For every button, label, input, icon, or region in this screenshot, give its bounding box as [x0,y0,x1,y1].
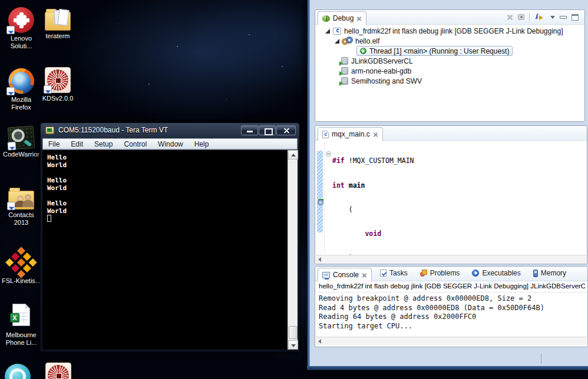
tree-row-launch-config[interactable]: hello_frdmk22f int flash debug jlink [GD… [315,26,584,36]
shortcut-arrow-icon [6,87,15,95]
tree-row-thread[interactable]: Thread [1] <main> (Running : User Reques… [315,46,584,56]
console-title: hello_frdmk22f int flash debug jlink [GD… [319,282,585,290]
tree-row-label: JLinkGDBServerCL [351,57,413,65]
codewarrior-icon [8,126,35,150]
tab-memory[interactable]: Memory [532,269,567,277]
tab-console[interactable]: Console [318,268,372,281]
tab-problems[interactable]: Problems [419,269,461,277]
shortcut-arrow-icon [44,85,52,94]
code-line: ( [332,206,586,214]
star [249,34,250,35]
desktop-icon-contacts-2013[interactable]: Contacts 2013 [0,186,42,227]
scroll-down-icon[interactable] [288,340,298,350]
kds-icon [45,363,71,379]
selected-row-box: Thread [1] <main> (Running : User Reques… [356,46,513,56]
desktop-icon-kds[interactable]: KDSv2.0.0 [37,67,79,102]
tree-row-label: hello.elf [355,37,379,45]
tree-row-semihosting[interactable]: Semihosting and SWV [315,76,584,86]
scrollbar-thumb[interactable] [289,326,298,339]
teraterm-window: COM5:115200baud - Tera Term VT File Edit… [40,122,300,352]
console-separator [315,292,587,292]
tab-debug[interactable]: Debug [318,11,366,25]
fold-collapse-icon[interactable] [326,151,331,157]
desktop-icon-melbourne-phone-list[interactable]: Melbourne Phone Li... [0,302,42,347]
folder-icon [45,12,71,31]
instruction-step-icon[interactable] [534,14,546,21]
tree-row-jlink-server[interactable]: JLinkGDBServerCL [315,56,584,66]
tree-row-hello-elf[interactable]: hello.elf [315,36,584,46]
scroll-up-icon[interactable] [288,150,298,159]
toolbar-separator [529,13,530,21]
star [177,46,178,47]
excel-file-icon [8,304,34,330]
menu-window[interactable]: Window [158,140,183,148]
console-line: Read 4 bytes @ address 0x00000ED8 (Data … [319,304,586,313]
desktop-icon-kds-partial[interactable] [45,363,71,379]
console-line: Reading 64 bytes @ address 0x2000FFC0 [319,312,586,322]
minimize-view-icon[interactable] [560,16,567,19]
terminal-scrollbar[interactable] [288,150,298,350]
code-line: void [332,230,586,238]
code-line: #if !MQX_CUSTOM_MAIN [332,157,586,165]
desktop-icon-fsl-kinetis[interactable]: FSL-Kinetis... [0,250,42,285]
close-tab-icon[interactable] [373,132,378,137]
editor-horizontal-scrollbar[interactable] [316,255,586,263]
statusbar-separator [541,354,541,364]
process-icon [341,67,348,75]
tab-label: Memory [541,269,566,277]
excel-logo-icon [10,313,19,323]
remove-terminated-icon[interactable] [507,14,513,21]
tab-tasks[interactable]: Tasks [379,269,409,277]
expander-icon[interactable] [335,39,339,44]
memory-icon [533,270,538,277]
menu-control[interactable]: Control [124,140,147,148]
desktop-icon-codewarrior[interactable]: CodeWarrior [0,125,42,158]
editor-annotation-ruler[interactable] [316,141,325,255]
maximize-button[interactable] [259,125,276,135]
shortcut-arrow-icon [7,142,16,151]
tree-row-label: Thread [1] <main> (Running : User Reques… [369,47,509,55]
menu-help[interactable]: Help [194,140,209,148]
close-tab-icon[interactable] [356,16,362,21]
console-output[interactable]: Removing breakpoint @ address 0x00000ED8… [319,294,586,331]
teraterm-titlebar[interactable]: COM5:115200baud - Tera Term VT [41,123,299,138]
executables-icon [472,270,479,277]
lenovo-solutions-icon [8,7,34,33]
desktop-icon-label: teraterm [37,32,79,40]
shortcut-arrow-icon [6,26,15,34]
tab-label: Debug [333,14,354,22]
console-horizontal-scrollbar[interactable] [316,337,587,345]
disconnect-icon[interactable] [518,14,524,20]
console-line: Removing breakpoint @ address 0x00000ED8… [319,294,586,304]
contacts-folder-icon [8,191,34,210]
scroll-left-icon[interactable] [318,257,321,262]
console-header: Console Tasks Problems Executables [315,267,587,281]
console-line: Starting target CPU... [319,322,586,331]
maximize-view-icon[interactable] [572,14,579,21]
tab-executables[interactable]: Executables [471,269,521,277]
problems-icon [420,270,427,277]
gears-icon [342,37,352,45]
menu-edit[interactable]: Edit [71,140,83,148]
tree-row-gdb[interactable]: arm-none-eabi-gdb [315,66,584,76]
close-button[interactable] [276,125,296,135]
debug-tree: hello_frdmk22f int flash debug jlink [GD… [315,26,584,86]
desktop-icon-label: KDSv2.0.0 [37,95,79,102]
terminal-content[interactable]: Hello World Hello World Hello World [42,149,298,350]
minimize-button[interactable] [241,125,258,135]
menu-setup[interactable]: Setup [94,140,113,148]
expander-icon[interactable] [325,29,330,34]
shortcut-arrow-icon [7,202,15,210]
menu-file[interactable]: File [48,140,60,148]
scroll-left-icon[interactable] [318,339,321,344]
thread-icon [360,48,366,54]
tab-mqx-main-c[interactable]: mqx_main.c [318,127,383,141]
desktop-icon-teraterm-folder[interactable]: teraterm [37,7,79,40]
view-menu-icon[interactable] [550,16,555,21]
process-icon [341,77,348,85]
c-launch-icon [333,28,341,35]
code-line: int main [332,182,586,190]
close-tab-icon[interactable] [362,272,367,278]
console-tab-row: Tasks Problems Executables Memory [379,269,567,277]
star [282,66,283,67]
